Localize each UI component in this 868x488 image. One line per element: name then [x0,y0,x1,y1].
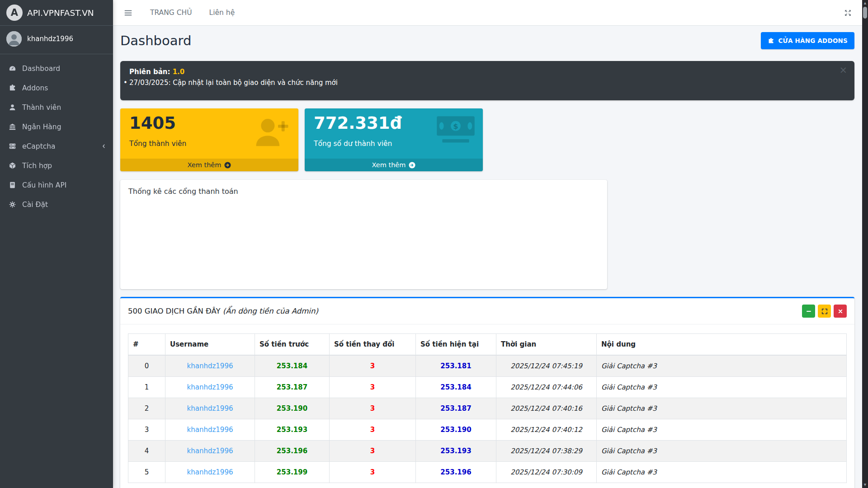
amount-before: 253.184 [255,355,330,377]
sidebar-item-members[interactable]: Thành viên [0,98,113,117]
changelog-item: • 27/03/2025: Cập nhật lại toàn bộ giao … [129,79,845,87]
sidebar: A API.VPNFAST.VN khanhdz1996 Dashboard A… [0,0,113,488]
user-plus-icon [252,115,291,151]
more-link-label: Xem thêm [372,161,406,169]
amount-change: 3 [330,377,416,398]
sidebar-item-integrations[interactable]: Tích hợp [0,156,113,175]
description: Giải Captcha #3 [597,419,847,441]
sidebar-item-label: Cấu hình API [22,181,66,189]
expand-button[interactable] [818,305,831,318]
version-value: 1.0 [173,68,185,76]
menu-toggle-icon[interactable] [123,8,133,18]
username-link[interactable]: khanhdz1996 [165,419,255,441]
username-link[interactable]: khanhdz1996 [165,398,255,419]
amount-current: 253.193 [416,441,496,462]
sidebar-item-ecaptcha[interactable]: eCaptcha [0,136,113,156]
addons-store-button[interactable]: CỬA HÀNG ADDONS [761,32,854,49]
payment-stats-card: Thống kê các cổng thanh toán [120,180,607,289]
amount-before: 253.196 [255,441,330,462]
amount-change: 3 [330,441,416,462]
row-index: 2 [128,398,165,419]
username-link[interactable]: khanhdz1996 [165,441,255,462]
sidebar-item-api-config[interactable]: Cấu hình API [0,175,113,195]
column-header: Số tiền trước [255,334,330,356]
brand-logo-letter: A [11,8,18,18]
timestamp: 2025/12/24 07:40:16 [496,398,597,419]
card-tools [802,305,847,318]
amount-current: 253.184 [416,377,496,398]
minus-icon [806,308,812,314]
svg-text:$: $ [453,122,458,131]
row-index: 5 [128,462,165,483]
sidebar-item-label: Tích hợp [22,162,52,170]
expand-icon [821,308,828,314]
book-icon [6,181,18,189]
scrollbar-thumb[interactable] [863,7,867,19]
sidebar-item-bank[interactable]: Ngân Hàng [0,117,113,136]
table-row: 5khanhdz1996253.1993253.1962025/12/24 07… [128,462,847,483]
timestamp: 2025/12/24 07:45:19 [496,355,597,377]
username-link[interactable]: khanhdz1996 [165,462,255,483]
table-header-row: #UsernameSố tiền trướcSố tiền thay đổiSố… [128,334,847,356]
version-label: Phiên bản: [129,68,170,76]
table-row: 0khanhdz1996253.1843253.1812025/12/24 07… [128,355,847,377]
transactions-card-body: #UsernameSố tiền trướcSố tiền thay đổiSố… [120,324,854,488]
sidebar-item-label: Thành viên [22,103,61,112]
stat-members-more-link[interactable]: Xem thêm [120,159,298,171]
row-index: 1 [128,377,165,398]
user-icon [6,103,18,111]
gauge-icon [6,65,18,72]
scroll-up-arrow-icon[interactable]: ▲ [862,0,868,5]
puzzle-icon [768,38,774,44]
sidebar-item-settings[interactable]: Cài Đặt [0,195,113,214]
gear-icon [6,201,18,208]
user-name[interactable]: khanhdz1996 [27,35,73,43]
more-link-label: Xem thêm [188,161,222,169]
description: Giải Captcha #3 [597,462,847,483]
amount-change: 3 [330,419,416,441]
transactions-title-text: 500 GIAO DỊCH GẦN ĐÂY [128,307,223,315]
notice-close-icon[interactable]: × [839,66,847,75]
close-icon [837,308,844,314]
stat-total-members: 1405 Tổng thành viên Xem thêm [120,108,298,171]
remove-button[interactable] [834,305,847,318]
fullscreen-icon[interactable] [844,9,852,17]
amount-current: 253.187 [416,398,496,419]
amount-current: 253.196 [416,462,496,483]
timestamp: 2025/12/24 07:40:12 [496,419,597,441]
main-area: TRANG CHỦ Liên hệ Dashboard CỬA HÀNG ADD… [113,0,868,488]
description: Giải Captcha #3 [597,377,847,398]
nav-link-home[interactable]: TRANG CHỦ [150,9,192,17]
bullet-icon: • [123,79,127,87]
sidebar-item-dashboard[interactable]: Dashboard [0,59,113,78]
version-notice: Phiên bản: 1.0 • 27/03/2025: Cập nhật lạ… [120,61,854,100]
puzzle-icon [6,84,18,92]
user-panel: khanhdz1996 [0,26,113,54]
amount-before: 253.199 [255,462,330,483]
payment-stats-title: Thống kê các cổng thanh toán [128,187,599,196]
scrollbar[interactable]: ▲ ▼ [862,0,868,488]
scroll-down-arrow-icon[interactable]: ▼ [862,483,868,487]
collapse-button[interactable] [802,305,815,318]
stat-balance-more-link[interactable]: Xem thêm [305,159,483,171]
money-bill-icon: $ [436,115,476,146]
username-link[interactable]: khanhdz1996 [165,377,255,398]
version-line: Phiên bản: 1.0 [129,68,845,76]
row-index: 4 [128,441,165,462]
transactions-card: 500 GIAO DỊCH GẦN ĐÂY (Ẩn dòng tiền của … [120,297,854,488]
table-row: 4khanhdz1996253.1963253.1932025/12/24 07… [128,441,847,462]
stat-boxes: 1405 Tổng thành viên Xem thêm 772.331đ T… [120,108,854,171]
row-index: 0 [128,355,165,377]
arrow-circle-icon [224,162,231,169]
amount-change: 3 [330,355,416,377]
sidebar-item-addons[interactable]: Addons [0,78,113,98]
timestamp: 2025/12/24 07:44:06 [496,377,597,398]
table-row: 3khanhdz1996253.1933253.1902025/12/24 07… [128,419,847,441]
amount-before: 253.187 [255,377,330,398]
brand[interactable]: A API.VPNFAST.VN [0,0,113,26]
nav-link-contact[interactable]: Liên hệ [209,9,235,17]
addons-store-button-label: CỬA HÀNG ADDONS [778,37,848,44]
username-link[interactable]: khanhdz1996 [165,355,255,377]
amount-change: 3 [330,462,416,483]
row-index: 3 [128,419,165,441]
